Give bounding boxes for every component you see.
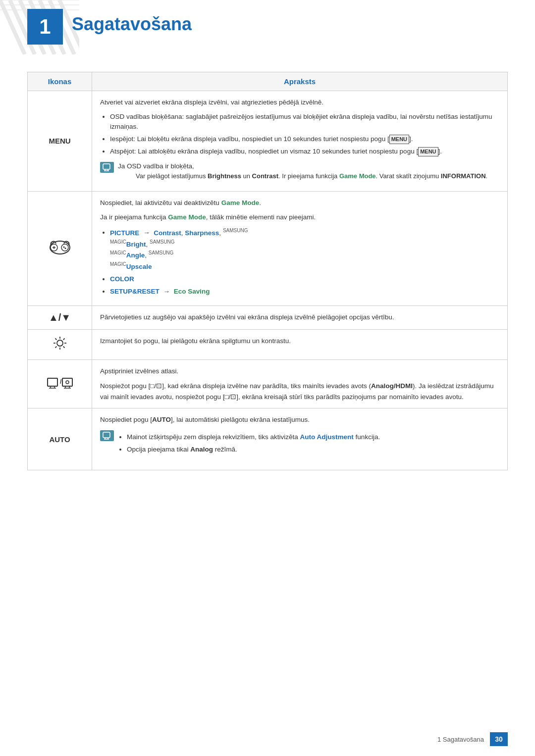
table-row-gamepad: Nospiediet, lai aktivizētu vai deaktiviz…: [28, 191, 508, 306]
sharpness-label: Sharpness: [185, 229, 219, 236]
icon-cell-arrows: ▲/▼: [28, 306, 92, 330]
svg-point-20: [64, 248, 66, 249]
gamepad-bullet-1: PICTURE → Contrast, Sharpness, SAMSUNGMA…: [110, 227, 499, 272]
icon-cell-auto: AUTO: [28, 408, 92, 470]
game-mode-label-1: Game Mode: [339, 172, 376, 180]
auto-icon-label: AUTO: [49, 435, 70, 444]
arrow-2: →: [163, 288, 170, 295]
svg-point-39: [66, 381, 69, 384]
bright-label: Bright: [126, 240, 146, 248]
kbd-menu-2: MENU: [418, 147, 438, 156]
table-row-arrows: ▲/▼ Pārvietojieties uz augšējo vai apakš…: [28, 306, 508, 330]
menu-icon-label: MENU: [49, 137, 70, 145]
icon-cell-source: /: [28, 360, 92, 408]
menu-note-box: Ja OSD vadība ir bloķēta, Var pielāgot i…: [100, 161, 499, 181]
desc-cell-gamepad: Nospiediet, lai aktivizētu vai deaktiviz…: [92, 191, 508, 306]
auto-bullet-2: Opcija pieejama tikai Analog režīmā.: [127, 445, 380, 454]
svg-rect-40: [103, 432, 110, 438]
analog-label-2: Analog: [190, 446, 213, 453]
desc-cell-auto: Nospiediet pogu [AUTO], lai automātiski …: [92, 408, 508, 470]
gamepad-desc-2: Ja ir pieejama funkcija Game Mode, tālāk…: [100, 212, 499, 223]
svg-text:/: /: [60, 378, 62, 385]
menu-bullet-list: OSD vadības bloķēšana: saglabājiet pašre…: [100, 112, 499, 157]
col-header-ikonas: Ikonas: [28, 72, 92, 91]
icon-cell-brightness: [28, 330, 92, 360]
angle-label: Angle: [126, 252, 145, 259]
footer-page-number: 30: [490, 732, 508, 746]
chapter-number: 1: [39, 15, 51, 39]
svg-rect-10: [103, 164, 110, 169]
auto-desc-1: Nospiediet pogu [AUTO], lai automātiski …: [100, 414, 499, 425]
desc-cell-source: Apstipriniet izvēlnes atlasi. Nospiežot …: [92, 360, 508, 408]
footer-section-text: 1 Sagatavošana: [437, 736, 484, 743]
menu-bullet-2: Iespējot: Lai bloķētu ekrāna displeja va…: [110, 134, 499, 144]
kbd-menu-1: MENU: [389, 135, 409, 144]
svg-point-21: [57, 340, 63, 346]
content-area: Ikonas Apraksts MENU Atveriet vai aizver…: [0, 62, 535, 510]
game-mode-label-3: Game Mode: [168, 213, 206, 221]
svg-line-26: [55, 339, 56, 340]
color-label: COLOR: [110, 275, 134, 283]
auto-kbd-label: AUTO: [152, 416, 171, 423]
auto-bullet-1: Mainot izšķirtspēju zem displeja rekvizī…: [127, 432, 380, 442]
svg-line-27: [63, 347, 64, 348]
table-row-brightness: Izmantojiet šo pogu, lai pielāgotu ekrān…: [28, 330, 508, 360]
note-icon-2: [100, 430, 114, 441]
desc-cell-menu: Atveriet vai aizveriet ekrāna displeja i…: [92, 91, 508, 192]
contrast-label-2: Contrast: [154, 229, 181, 236]
menu-bullet-1: OSD vadības bloķēšana: saglabājiet pašre…: [110, 112, 499, 132]
footer: 1 Sagatavošana 30: [0, 732, 535, 746]
svg-point-16: [61, 244, 68, 251]
main-table: Ikonas Apraksts MENU Atveriet vai aizver…: [27, 72, 508, 470]
table-row-menu: MENU Atveriet vai aizveriet ekrāna displ…: [28, 91, 508, 192]
gamepad-bullet-3: SETUP&RESET → Eco Saving: [110, 287, 499, 297]
chapter-title: Sagatavošana: [72, 14, 192, 35]
eco-saving-label: Eco Saving: [174, 288, 210, 295]
information-label: INFORMATION: [441, 172, 486, 180]
gamepad-icon: [49, 241, 71, 259]
gamepad-bullet-2: COLOR: [110, 274, 499, 284]
setup-reset-label: SETUP&RESET: [110, 288, 160, 295]
desc-cell-brightness: Izmantojiet šo pogu, lai pielāgotu ekrān…: [92, 330, 508, 360]
arrows-desc: Pārvietojieties uz augšējo vai apakšējo …: [100, 312, 499, 323]
auto-adjustment-label: Auto Adjustment: [300, 433, 354, 441]
menu-desc-1: Atveriet vai aizveriet ekrāna displeja i…: [100, 97, 499, 108]
svg-line-29: [55, 347, 56, 348]
icon-cell-gamepad: [28, 191, 92, 306]
table-row-source: / Apstipriniet izvēlnes atlasi. Nospiežo…: [28, 360, 508, 408]
brightness-label: Brightness: [208, 172, 241, 180]
auto-note-list: Mainot izšķirtspēju zem displeja rekvizī…: [118, 432, 380, 457]
arrows-icon: ▲/▼: [49, 312, 71, 323]
source-desc-2: Nospiežot pogu [□/⊡], kad ekrāna displej…: [100, 381, 499, 402]
note-icon-1: [100, 162, 114, 173]
svg-rect-30: [48, 378, 57, 386]
source-desc-1: Apstipriniet izvēlnes atlasi.: [100, 366, 499, 377]
menu-note-p2: Var pielāgot iestatījumus Brightness un …: [136, 171, 487, 181]
contrast-label: Contrast: [252, 172, 278, 180]
chapter-number-block: 1: [27, 9, 63, 45]
desc-cell-arrows: Pārvietojieties uz augšējo vai apakšējo …: [92, 306, 508, 330]
analog-label: Analog/HDMI: [371, 382, 413, 390]
svg-rect-35: [62, 378, 72, 386]
icon-cell-menu: MENU: [28, 91, 92, 192]
source-icon: /: [47, 383, 73, 392]
menu-bullet-3: Atspējot: Lai atbloķētu ekrāna displeja …: [110, 147, 499, 156]
arrow-1: →: [143, 229, 150, 236]
menu-note-content: Ja OSD vadība ir bloķēta, Var pielāgot i…: [118, 161, 487, 181]
menu-note-p1: Ja OSD vadība ir bloķēta,: [118, 161, 487, 172]
table-row-auto: AUTO Nospiediet pogu [AUTO], lai automāt…: [28, 408, 508, 470]
upscale-label: Upscale: [126, 263, 152, 270]
picture-label: PICTURE: [110, 229, 139, 236]
col-header-apraksts: Apraksts: [92, 72, 508, 91]
gamepad-desc-1: Nospiediet, lai aktivizētu vai deaktiviz…: [100, 198, 499, 208]
gamepad-bullet-list: PICTURE → Contrast, Sharpness, SAMSUNGMA…: [100, 227, 499, 297]
svg-line-28: [63, 339, 64, 340]
brightness-desc: Izmantojiet šo pogu, lai pielāgotu ekrān…: [100, 336, 499, 347]
game-mode-label-2: Game Mode: [221, 199, 260, 206]
auto-note-box: Mainot izšķirtspēju zem displeja rekvizī…: [100, 429, 499, 460]
svg-point-19: [63, 247, 64, 248]
brightness-icon: [53, 340, 67, 353]
